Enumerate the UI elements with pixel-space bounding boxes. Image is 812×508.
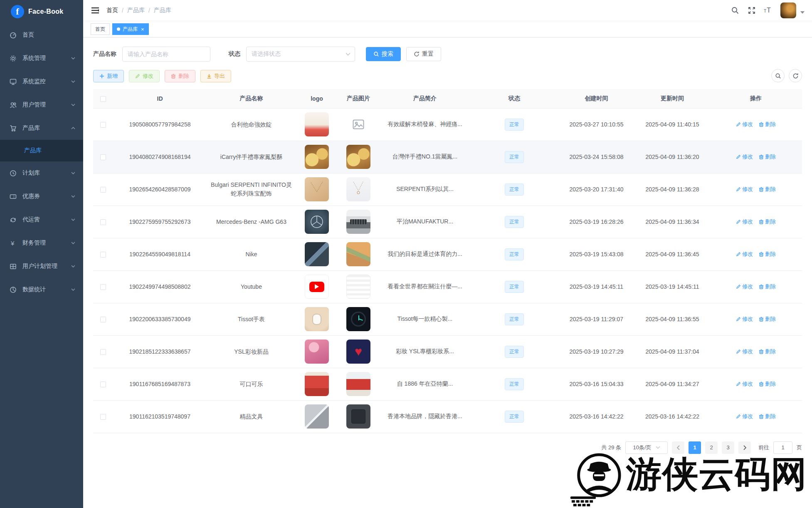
row-checkbox[interactable] <box>100 382 106 387</box>
delete-button[interactable]: 删除 <box>165 70 195 82</box>
row-checkbox[interactable] <box>100 414 106 420</box>
sidebar-item[interactable]: 系统管理 <box>0 47 83 70</box>
row-intro-cell: 看看全世界都在關注什麼—... <box>379 270 471 303</box>
mercedes-star-photo[interactable] <box>305 210 329 234</box>
row-checkbox[interactable] <box>100 219 106 225</box>
row-status-cell: 正常 <box>471 335 558 368</box>
sidebar-item[interactable]: 计划库 <box>0 161 83 185</box>
necklace-light-photo[interactable] <box>346 177 370 201</box>
reset-button[interactable]: 重置 <box>406 47 441 61</box>
view-tab[interactable]: 首页 <box>91 23 110 35</box>
watch-dark-photo[interactable] <box>346 307 370 331</box>
watch-sunset-photo[interactable] <box>305 307 329 331</box>
export-button[interactable]: 导出 <box>200 70 231 82</box>
row-edit-link[interactable]: 修改 <box>736 283 753 290</box>
row-status-cell: 正常 <box>471 108 558 141</box>
sneaker-photo[interactable] <box>346 242 370 266</box>
row-edit-label: 修改 <box>742 250 753 258</box>
row-delete-link[interactable]: 删除 <box>759 153 776 161</box>
row-delete-link[interactable]: 删除 <box>759 283 776 290</box>
sidebar-item[interactable]: 代运营 <box>0 208 83 231</box>
row-delete-link[interactable]: 删除 <box>759 186 776 193</box>
sidebar-subitem[interactable]: 产品库 <box>0 140 83 161</box>
coke-bottle-photo[interactable] <box>305 372 329 396</box>
sidebar-item[interactable]: 用户管理 <box>0 93 83 116</box>
row-edit-link[interactable]: 修改 <box>736 380 753 388</box>
row-edit-link[interactable]: 修改 <box>736 121 753 128</box>
view-tab[interactable]: 产品库× <box>112 23 149 35</box>
row-delete-link[interactable]: 删除 <box>759 348 776 355</box>
add-button[interactable]: 新增 <box>93 70 124 82</box>
row-delete-label: 删除 <box>765 250 776 258</box>
row-checkbox[interactable] <box>100 284 106 290</box>
search-icon[interactable] <box>731 6 740 15</box>
status-label: 状态 <box>229 50 240 58</box>
chevron-down-icon <box>71 241 76 245</box>
sidebar-item[interactable]: 产品库 <box>0 116 83 140</box>
row-picture-cell <box>338 108 379 141</box>
sidebar-item[interactable]: 优惠券 <box>0 185 83 208</box>
ysl-heart-photo[interactable]: ♥ <box>346 339 370 364</box>
row-delete-link[interactable]: 删除 <box>759 315 776 323</box>
g63-suv-photo[interactable] <box>346 210 370 234</box>
row-actions-cell: 修改删除 <box>710 173 802 206</box>
image-placeholder-icon[interactable] <box>346 112 370 136</box>
row-checkbox[interactable] <box>100 122 106 128</box>
row-delete-link[interactable]: 删除 <box>759 413 776 420</box>
row-delete-link[interactable]: 删除 <box>759 250 776 258</box>
row-edit-link[interactable]: 修改 <box>736 413 753 420</box>
table-row: 1904080274908168194iCarry伴手禮專家鳳梨酥台灣伴手禮NO… <box>93 141 802 173</box>
font-size-icon[interactable]: TT <box>764 6 773 15</box>
tab-active-dot <box>117 27 120 31</box>
user-avatar[interactable] <box>780 2 796 18</box>
row-edit-link[interactable]: 修改 <box>736 218 753 226</box>
row-edit-link[interactable]: 修改 <box>736 186 753 193</box>
pineapple-cake-photo[interactable] <box>305 145 329 169</box>
youtube-logo[interactable] <box>305 275 329 299</box>
refresh-icon[interactable] <box>789 69 802 82</box>
row-checkbox[interactable] <box>100 154 106 160</box>
row-updated-cell: 2025-04-09 11:40:15 <box>635 108 710 141</box>
sidebar-item[interactable]: 系统监控 <box>0 70 83 93</box>
row-picture-cell <box>338 238 379 270</box>
hamburger-icon[interactable] <box>91 6 100 15</box>
close-icon[interactable]: × <box>141 27 144 32</box>
row-edit-link[interactable]: 修改 <box>736 315 753 323</box>
search-button[interactable]: 搜索 <box>366 47 401 61</box>
sidebar-item[interactable]: 数据统计 <box>0 278 83 301</box>
edit-button[interactable]: 修改 <box>129 70 160 82</box>
row-edit-link[interactable]: 修改 <box>736 250 753 258</box>
row-checkbox[interactable] <box>100 252 106 258</box>
sidebar-item[interactable]: ¥财务管理 <box>0 231 83 255</box>
breadcrumb-home[interactable]: 首页 <box>106 7 118 14</box>
coupon-icon <box>9 193 17 200</box>
row-delete-link[interactable]: 删除 <box>759 218 776 226</box>
fullscreen-icon[interactable] <box>747 6 756 15</box>
select-all-checkbox[interactable] <box>100 96 106 102</box>
toggle-search-icon[interactable] <box>771 69 785 82</box>
nike-collage-photo[interactable] <box>305 242 329 266</box>
stationery-collage-photo[interactable] <box>305 404 329 429</box>
lipstick-pink-photo[interactable] <box>305 339 329 364</box>
row-checkbox[interactable] <box>100 317 106 322</box>
sidebar-item[interactable]: 首页 <box>0 23 83 47</box>
vitamin-box-photo[interactable] <box>305 112 329 136</box>
sidebar-item[interactable]: 用户计划管理 <box>0 255 83 278</box>
chevron-down-icon <box>71 103 76 107</box>
pineapple-cake-photo[interactable] <box>346 145 370 169</box>
row-checkbox[interactable] <box>100 187 106 193</box>
row-edit-link[interactable]: 修改 <box>736 348 753 355</box>
product-name-input[interactable] <box>122 47 210 62</box>
row-delete-link[interactable]: 删除 <box>759 380 776 388</box>
coke-cans-photo[interactable] <box>346 372 370 396</box>
row-picture-cell <box>338 141 379 173</box>
app-screenshot-photo[interactable] <box>346 275 370 299</box>
status-select[interactable]: 请选择状态 <box>246 47 355 62</box>
row-checkbox[interactable] <box>100 349 106 355</box>
row-name-cell: Nike <box>207 238 296 270</box>
dark-box-photo[interactable] <box>346 404 370 429</box>
row-delete-link[interactable]: 删除 <box>759 121 776 128</box>
row-edit-link[interactable]: 修改 <box>736 153 753 161</box>
necklace-tan-photo[interactable] <box>305 177 329 201</box>
chevron-down-icon[interactable] <box>800 11 805 14</box>
